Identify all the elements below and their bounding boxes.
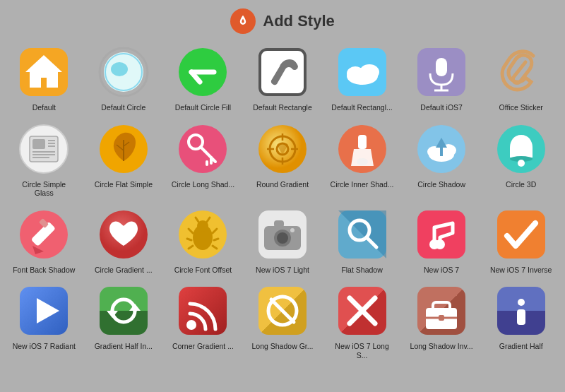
svg-point-13 — [359, 64, 379, 80]
style-label: Default Circle Fill — [175, 103, 231, 112]
style-long-shadow-inv[interactable]: Long Shadow Inv... — [403, 280, 480, 362]
svg-rect-103 — [439, 315, 444, 321]
svg-rect-76 — [274, 220, 284, 227]
svg-rect-20 — [32, 139, 45, 149]
svg-line-66 — [187, 239, 191, 240]
svg-point-46 — [357, 158, 368, 165]
style-default-rect2[interactable]: Default Rectangl... — [323, 41, 400, 115]
svg-rect-15 — [436, 58, 447, 76]
style-label: New iOS 7 — [424, 266, 459, 275]
svg-point-49 — [427, 146, 441, 158]
style-new-ios7-rad[interactable]: New iOS 7 Radiant — [6, 280, 83, 362]
style-label: Circle Simple Glass — [12, 180, 76, 198]
svg-point-77 — [290, 228, 295, 232]
style-label: Circle Shadow — [417, 180, 465, 189]
style-label: Circle 3D — [506, 180, 536, 189]
svg-line-67 — [214, 239, 218, 240]
style-new-ios7-inv[interactable]: New iOS 7 Inverse — [482, 203, 559, 278]
header: Add Style — [0, 0, 565, 41]
style-font-back-shadow[interactable]: Font Back Shadow — [6, 203, 83, 278]
style-label: Circle Long Shad... — [172, 180, 234, 189]
svg-point-4 — [111, 62, 128, 76]
style-new-ios7-light[interactable]: New iOS 7 Light — [244, 203, 321, 278]
style-label: Default Rectangl... — [331, 103, 392, 112]
svg-rect-44 — [358, 135, 367, 149]
svg-point-105 — [518, 299, 525, 306]
style-label: New iOS 7 Long S... — [331, 342, 394, 360]
style-label: New iOS 7 Radiant — [13, 342, 76, 351]
style-default-ios7[interactable]: Default iOS7 — [403, 41, 480, 115]
svg-point-92 — [186, 320, 196, 330]
style-label: Circle Gradient ... — [95, 266, 153, 275]
styles-grid: Default Default Circle Default Circle Fi… — [0, 41, 565, 369]
style-label: Round Gradient — [256, 180, 309, 189]
svg-rect-91 — [179, 287, 227, 335]
style-label: Default Circle — [101, 103, 145, 112]
style-circle-shadow[interactable]: Circle Shadow — [403, 118, 480, 201]
style-label: Default Rectangle — [253, 103, 311, 112]
svg-point-75 — [277, 232, 288, 244]
style-label: New iOS 7 Light — [256, 266, 309, 275]
svg-point-54 — [518, 160, 525, 167]
style-default-circle-fill[interactable]: Default Circle Fill — [165, 41, 242, 115]
svg-rect-82 — [417, 210, 465, 259]
style-circle-flat-simple[interactable]: Circle Flat Simple — [85, 118, 162, 201]
style-label: Gradient Half In... — [95, 342, 153, 351]
style-label: Circle Inner Shad... — [331, 180, 394, 189]
svg-point-84 — [435, 239, 445, 249]
style-gradient-half[interactable]: Gradient Half — [482, 280, 559, 362]
style-office[interactable]: Office Sticker — [482, 41, 559, 115]
style-default-rect[interactable]: Default Rectangle — [244, 41, 321, 115]
style-default-circle[interactable]: Default Circle — [85, 41, 162, 115]
style-round-gradient[interactable]: Round Gradient — [244, 118, 321, 201]
style-gradient-half-in[interactable]: Gradient Half In... — [85, 280, 162, 362]
style-corner-gradient[interactable]: Corner Gradient ... — [165, 280, 242, 362]
flame-icon — [230, 8, 256, 34]
style-long-shadow-gr[interactable]: Long Shadow Gr... — [244, 280, 321, 362]
style-flat-shadow[interactable]: Flat Shadow — [323, 203, 400, 278]
style-label: Long Shadow Inv... — [410, 342, 473, 351]
style-circle-simple-glass[interactable]: Circle Simple Glass — [6, 118, 83, 201]
style-label: Circle Font Offset — [174, 266, 232, 275]
style-label: Office Sticker — [499, 103, 543, 112]
style-label: Circle Flat Simple — [95, 180, 153, 189]
style-new-ios7-long-s[interactable]: New iOS 7 Long S... — [323, 280, 400, 362]
style-circle-inner-shad[interactable]: Circle Inner Shad... — [323, 118, 400, 201]
style-label: Flat Shadow — [341, 266, 382, 275]
style-circle-font-offset[interactable]: Circle Font Offset — [165, 203, 242, 278]
style-default[interactable]: Default — [6, 41, 83, 115]
style-label: Gradient Half — [499, 342, 543, 351]
style-circle-long-shad[interactable]: Circle Long Shad... — [165, 118, 242, 201]
style-label: Default — [32, 103, 56, 112]
style-label: Font Back Shadow — [13, 266, 75, 275]
svg-rect-85 — [497, 210, 545, 259]
style-new-ios7[interactable]: New iOS 7 — [403, 203, 480, 278]
style-label: Corner Gradient ... — [172, 342, 234, 351]
style-label: Default iOS7 — [420, 103, 463, 112]
style-circle-3d[interactable]: Circle 3D — [482, 118, 559, 201]
style-circle-gradient[interactable]: Circle Gradient ... — [85, 203, 162, 278]
style-label: Long Shadow Gr... — [252, 342, 314, 351]
page-title: Add Style — [263, 12, 334, 30]
svg-rect-106 — [517, 309, 525, 325]
style-label: New iOS 7 Inverse — [490, 266, 552, 275]
